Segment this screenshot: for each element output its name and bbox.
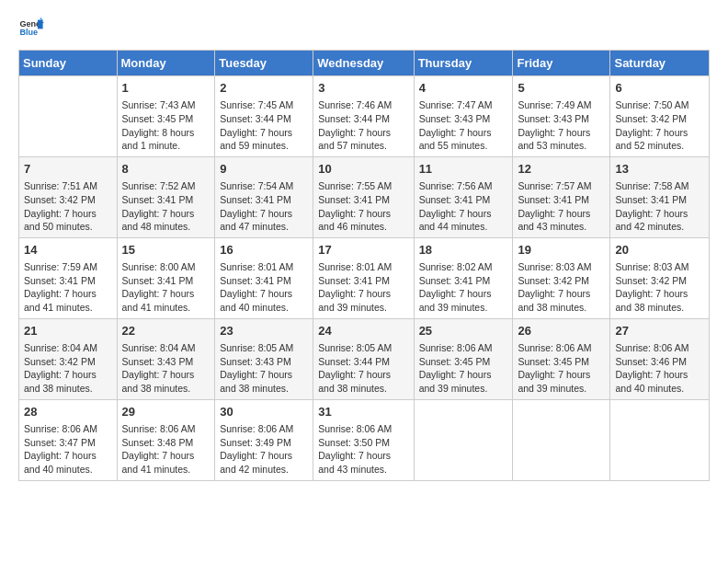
calendar-cell: 16Sunrise: 8:01 AMSunset: 3:41 PMDayligh… bbox=[215, 237, 313, 318]
day-number: 14 bbox=[24, 242, 112, 259]
day-number: 19 bbox=[518, 242, 605, 259]
day-number: 8 bbox=[122, 161, 210, 178]
calendar-week-row: 1Sunrise: 7:43 AMSunset: 3:45 PMDaylight… bbox=[19, 76, 710, 157]
day-number: 30 bbox=[220, 404, 308, 420]
svg-text:Blue: Blue bbox=[19, 28, 38, 37]
day-number: 1 bbox=[122, 80, 210, 97]
calendar-table: SundayMondayTuesdayWednesdayThursdayFrid… bbox=[18, 50, 710, 481]
calendar-cell: 15Sunrise: 8:00 AMSunset: 3:41 PMDayligh… bbox=[117, 237, 215, 318]
calendar-cell: 5Sunrise: 7:49 AMSunset: 3:43 PMDaylight… bbox=[513, 76, 610, 157]
calendar-cell: 13Sunrise: 7:58 AMSunset: 3:41 PMDayligh… bbox=[610, 156, 710, 237]
day-number: 24 bbox=[318, 323, 408, 339]
calendar-week-row: 28Sunrise: 8:06 AMSunset: 3:47 PMDayligh… bbox=[19, 399, 710, 480]
day-info: Sunrise: 8:06 AMSunset: 3:46 PMDaylight:… bbox=[615, 341, 704, 396]
calendar-cell: 23Sunrise: 8:05 AMSunset: 3:43 PMDayligh… bbox=[215, 318, 313, 399]
calendar-cell bbox=[513, 399, 610, 480]
day-number: 2 bbox=[220, 80, 308, 97]
calendar-cell: 17Sunrise: 8:01 AMSunset: 3:41 PMDayligh… bbox=[313, 237, 414, 318]
day-number: 26 bbox=[518, 323, 605, 339]
day-info: Sunrise: 7:57 AMSunset: 3:41 PMDaylight:… bbox=[518, 179, 605, 234]
day-number: 28 bbox=[24, 404, 112, 420]
day-number: 23 bbox=[220, 323, 308, 339]
calendar-cell: 2Sunrise: 7:45 AMSunset: 3:44 PMDaylight… bbox=[215, 76, 313, 157]
day-number: 29 bbox=[122, 404, 210, 420]
day-info: Sunrise: 8:05 AMSunset: 3:43 PMDaylight:… bbox=[220, 341, 308, 396]
day-info: Sunrise: 8:05 AMSunset: 3:44 PMDaylight:… bbox=[318, 341, 408, 396]
header-cell-thursday: Thursday bbox=[414, 51, 513, 76]
day-info: Sunrise: 8:01 AMSunset: 3:41 PMDaylight:… bbox=[318, 260, 408, 315]
calendar-cell: 8Sunrise: 7:52 AMSunset: 3:41 PMDaylight… bbox=[117, 156, 215, 237]
calendar-cell: 9Sunrise: 7:54 AMSunset: 3:41 PMDaylight… bbox=[215, 156, 313, 237]
day-info: Sunrise: 8:00 AMSunset: 3:41 PMDaylight:… bbox=[122, 260, 210, 315]
calendar-cell: 26Sunrise: 8:06 AMSunset: 3:45 PMDayligh… bbox=[513, 318, 610, 399]
day-number: 17 bbox=[318, 242, 408, 259]
calendar-cell bbox=[414, 399, 513, 480]
logo-icon: General Blue bbox=[18, 15, 44, 40]
day-number: 13 bbox=[615, 161, 704, 178]
day-number: 5 bbox=[518, 80, 605, 97]
calendar-cell: 4Sunrise: 7:47 AMSunset: 3:43 PMDaylight… bbox=[414, 76, 513, 157]
header-cell-wednesday: Wednesday bbox=[313, 51, 414, 76]
calendar-body: 1Sunrise: 7:43 AMSunset: 3:45 PMDaylight… bbox=[19, 76, 710, 481]
day-info: Sunrise: 8:02 AMSunset: 3:41 PMDaylight:… bbox=[419, 260, 508, 315]
calendar-cell: 25Sunrise: 8:06 AMSunset: 3:45 PMDayligh… bbox=[414, 318, 513, 399]
day-info: Sunrise: 7:49 AMSunset: 3:43 PMDaylight:… bbox=[518, 98, 605, 153]
day-number: 31 bbox=[318, 404, 408, 420]
calendar-cell: 27Sunrise: 8:06 AMSunset: 3:46 PMDayligh… bbox=[610, 318, 710, 399]
day-info: Sunrise: 7:47 AMSunset: 3:43 PMDaylight:… bbox=[419, 98, 508, 153]
day-info: Sunrise: 8:04 AMSunset: 3:42 PMDaylight:… bbox=[24, 341, 112, 396]
day-info: Sunrise: 7:45 AMSunset: 3:44 PMDaylight:… bbox=[220, 98, 308, 153]
day-number: 20 bbox=[615, 242, 704, 259]
day-info: Sunrise: 8:03 AMSunset: 3:42 PMDaylight:… bbox=[615, 260, 704, 315]
calendar-cell: 11Sunrise: 7:56 AMSunset: 3:41 PMDayligh… bbox=[414, 156, 513, 237]
calendar-cell: 18Sunrise: 8:02 AMSunset: 3:41 PMDayligh… bbox=[414, 237, 513, 318]
day-number: 9 bbox=[220, 161, 308, 178]
day-info: Sunrise: 7:56 AMSunset: 3:41 PMDaylight:… bbox=[419, 179, 508, 234]
day-number: 21 bbox=[24, 323, 112, 339]
day-number: 11 bbox=[419, 161, 508, 178]
day-info: Sunrise: 7:50 AMSunset: 3:42 PMDaylight:… bbox=[615, 98, 704, 153]
day-number: 25 bbox=[419, 323, 508, 339]
header-cell-sunday: Sunday bbox=[19, 51, 118, 76]
calendar-cell: 14Sunrise: 7:59 AMSunset: 3:41 PMDayligh… bbox=[19, 237, 118, 318]
calendar-header-row: SundayMondayTuesdayWednesdayThursdayFrid… bbox=[19, 51, 710, 76]
calendar-cell: 22Sunrise: 8:04 AMSunset: 3:43 PMDayligh… bbox=[117, 318, 215, 399]
calendar-cell: 31Sunrise: 8:06 AMSunset: 3:50 PMDayligh… bbox=[313, 399, 414, 480]
day-info: Sunrise: 7:58 AMSunset: 3:41 PMDaylight:… bbox=[615, 179, 704, 234]
calendar-cell: 19Sunrise: 8:03 AMSunset: 3:42 PMDayligh… bbox=[513, 237, 610, 318]
calendar-cell: 3Sunrise: 7:46 AMSunset: 3:44 PMDaylight… bbox=[313, 76, 414, 157]
day-number: 12 bbox=[518, 161, 605, 178]
calendar-week-row: 21Sunrise: 8:04 AMSunset: 3:42 PMDayligh… bbox=[19, 318, 710, 399]
day-info: Sunrise: 8:01 AMSunset: 3:41 PMDaylight:… bbox=[220, 260, 308, 315]
day-info: Sunrise: 7:54 AMSunset: 3:41 PMDaylight:… bbox=[220, 179, 308, 234]
calendar-week-row: 7Sunrise: 7:51 AMSunset: 3:42 PMDaylight… bbox=[19, 156, 710, 237]
calendar-cell: 28Sunrise: 8:06 AMSunset: 3:47 PMDayligh… bbox=[19, 399, 118, 480]
logo: General Blue bbox=[18, 15, 46, 40]
page-header: General Blue bbox=[18, 15, 710, 40]
day-info: Sunrise: 7:43 AMSunset: 3:45 PMDaylight:… bbox=[122, 98, 210, 153]
day-number: 3 bbox=[318, 80, 408, 97]
svg-marker-2 bbox=[38, 20, 43, 29]
calendar-cell: 21Sunrise: 8:04 AMSunset: 3:42 PMDayligh… bbox=[19, 318, 118, 399]
calendar-cell: 12Sunrise: 7:57 AMSunset: 3:41 PMDayligh… bbox=[513, 156, 610, 237]
day-info: Sunrise: 8:06 AMSunset: 3:45 PMDaylight:… bbox=[518, 341, 605, 396]
day-info: Sunrise: 7:46 AMSunset: 3:44 PMDaylight:… bbox=[318, 98, 408, 153]
calendar-cell: 7Sunrise: 7:51 AMSunset: 3:42 PMDaylight… bbox=[19, 156, 118, 237]
day-number: 22 bbox=[122, 323, 210, 339]
header-cell-friday: Friday bbox=[513, 51, 610, 76]
calendar-week-row: 14Sunrise: 7:59 AMSunset: 3:41 PMDayligh… bbox=[19, 237, 710, 318]
header-cell-tuesday: Tuesday bbox=[215, 51, 313, 76]
calendar-cell bbox=[610, 399, 710, 480]
calendar-cell: 6Sunrise: 7:50 AMSunset: 3:42 PMDaylight… bbox=[610, 76, 710, 157]
day-info: Sunrise: 8:06 AMSunset: 3:48 PMDaylight:… bbox=[122, 422, 210, 477]
header-cell-saturday: Saturday bbox=[610, 51, 710, 76]
day-number: 6 bbox=[615, 80, 704, 97]
calendar-cell: 24Sunrise: 8:05 AMSunset: 3:44 PMDayligh… bbox=[313, 318, 414, 399]
calendar-cell bbox=[19, 76, 118, 157]
day-info: Sunrise: 7:55 AMSunset: 3:41 PMDaylight:… bbox=[318, 179, 408, 234]
calendar-cell: 30Sunrise: 8:06 AMSunset: 3:49 PMDayligh… bbox=[215, 399, 313, 480]
day-info: Sunrise: 7:59 AMSunset: 3:41 PMDaylight:… bbox=[24, 260, 112, 315]
calendar-cell: 29Sunrise: 8:06 AMSunset: 3:48 PMDayligh… bbox=[117, 399, 215, 480]
day-number: 18 bbox=[419, 242, 508, 259]
day-number: 16 bbox=[220, 242, 308, 259]
